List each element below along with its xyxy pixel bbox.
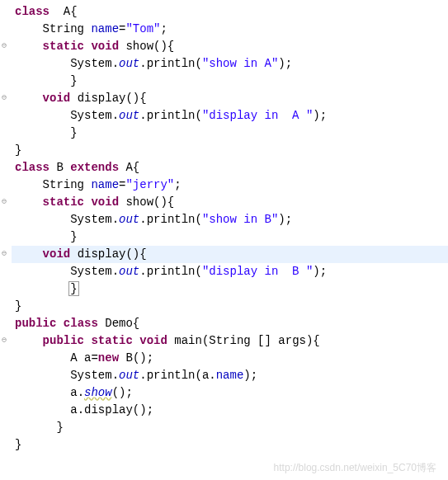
code-line: a.display(); <box>12 402 448 419</box>
code-line: System.out.println("show in B"); <box>12 211 448 228</box>
code-area[interactable]: class A{ String name="Tom"; static void … <box>12 3 448 454</box>
code-line: public static void main(String [] args){ <box>12 332 448 350</box>
fold-icon[interactable]: ⊖ <box>2 334 7 346</box>
fold-icon[interactable]: ⊖ <box>2 92 7 104</box>
code-line-active: void display(){ <box>12 246 448 263</box>
code-line: } <box>12 280 448 298</box>
code-line: System.out.println("display in B "); <box>12 263 448 280</box>
code-editor: ⊖ ⊖ ⊖ ⊖ ⊖ class A{ String name="Tom"; st… <box>0 0 448 457</box>
fold-icon[interactable]: ⊖ <box>2 195 7 208</box>
code-line: } <box>12 228 448 246</box>
code-line: public class Demo{ <box>12 315 448 332</box>
code-line: } <box>12 298 448 315</box>
code-line: A a=new B(); <box>12 350 448 367</box>
code-line: } <box>12 419 448 436</box>
code-line: } <box>12 73 448 90</box>
code-line: static void show(){ <box>12 194 448 211</box>
code-line: System.out.println("display in A "); <box>12 107 448 125</box>
code-line: } <box>12 436 448 454</box>
code-line: String name="jerry"; <box>12 176 448 194</box>
fold-icon[interactable]: ⊖ <box>2 247 7 260</box>
code-line: class A{ <box>12 3 448 21</box>
code-line: a.show(); <box>12 384 448 402</box>
code-line: void display(){ <box>12 90 448 107</box>
fold-icon[interactable]: ⊖ <box>2 40 7 52</box>
code-line: static void show(){ <box>12 38 448 55</box>
code-line: } <box>12 125 448 142</box>
code-line: String name="Tom"; <box>12 21 448 38</box>
code-line: System.out.println(a.name); <box>12 367 448 384</box>
code-line: } <box>12 142 448 159</box>
watermark-text: http://blog.csdn.net/weixin_5C70博客 <box>274 460 436 475</box>
code-line: class B extends A{ <box>12 159 448 176</box>
code-line: System.out.println("show in A"); <box>12 55 448 73</box>
